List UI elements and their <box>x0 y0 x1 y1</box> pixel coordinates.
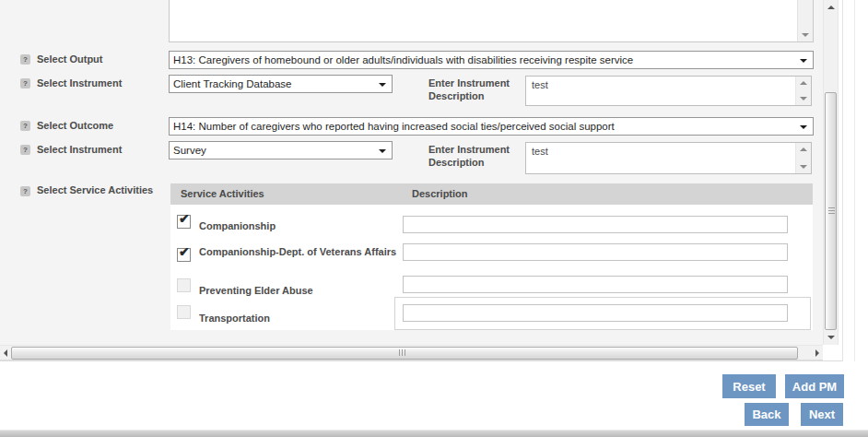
scroll-right-button[interactable] <box>812 346 823 360</box>
instrument2-description-textarea[interactable]: test <box>526 143 795 173</box>
arrow-down-icon <box>800 165 807 169</box>
companionship-description-input[interactable] <box>403 216 788 233</box>
scroll-up-button[interactable] <box>796 143 811 156</box>
scroll-down-button[interactable] <box>796 92 811 105</box>
frame-right-border <box>842 0 843 361</box>
select-output-label: Select Output <box>37 53 103 65</box>
scroll-down-button[interactable] <box>798 29 813 41</box>
top-description-textarea-wrap <box>169 0 814 42</box>
checkmark-icon: ✔ <box>179 211 190 226</box>
instrument1-select[interactable]: Client Tracking Database <box>169 75 393 93</box>
companionship-va-checkbox[interactable]: ✔ <box>177 248 191 262</box>
arrow-down-icon <box>827 336 835 339</box>
scrollbar-grip-icon <box>828 207 835 216</box>
horizontal-scrollbar[interactable] <box>0 345 823 360</box>
help-icon[interactable]: ? <box>20 145 30 155</box>
instrument1-description-wrap: test <box>525 76 812 106</box>
reset-button[interactable]: Reset <box>722 374 776 398</box>
dropdown-arrow-icon <box>379 149 386 153</box>
select-instrument-label: Select Instrument <box>37 144 122 155</box>
help-icon[interactable]: ? <box>20 54 30 65</box>
instrument1-description-textarea[interactable]: test <box>526 77 795 105</box>
enter-instrument-description-label: Enter Instrument Description <box>428 143 521 169</box>
instrument1-selected-value: Client Tracking Database <box>173 78 291 89</box>
column-header-description: Description <box>412 188 468 199</box>
preventing-elder-abuse-checkbox[interactable] <box>177 278 191 292</box>
table-row-label: Companionship <box>199 219 276 233</box>
scroll-left-button[interactable] <box>0 346 11 360</box>
textarea-scrollbar[interactable] <box>795 77 811 105</box>
outer-right-border <box>854 0 855 361</box>
add-pm-button[interactable]: Add PM <box>785 374 844 398</box>
companionship-va-description-input[interactable] <box>403 243 788 261</box>
textarea-scrollbar[interactable] <box>795 143 811 173</box>
checkmark-icon: ✔ <box>179 244 190 259</box>
arrow-right-icon <box>815 349 819 357</box>
next-button[interactable]: Next <box>801 403 843 426</box>
table-row-label: Preventing Elder Abuse <box>199 284 313 298</box>
performance-measure-form-page: ? Select Output H13: Caregivers of homeb… <box>0 0 868 437</box>
transportation-description-input[interactable] <box>403 304 788 322</box>
bottom-status-bar <box>0 430 868 437</box>
output-select[interactable]: H13: Caregivers of homebound or older ad… <box>169 51 814 69</box>
textarea-scrollbar[interactable] <box>797 0 813 41</box>
arrow-up-icon <box>827 6 835 9</box>
scroll-down-button[interactable] <box>824 330 838 345</box>
companionship-checkbox[interactable]: ✔ <box>177 215 191 229</box>
help-icon[interactable]: ? <box>20 121 30 131</box>
select-service-activities-label: Select Service Activities <box>37 184 153 195</box>
outcome-select[interactable]: H14: Number of caregivers who reported h… <box>169 117 814 136</box>
transportation-checkbox[interactable] <box>177 305 191 319</box>
preventing-elder-abuse-description-input[interactable] <box>403 276 788 293</box>
outcome-selected-value: H14: Number of caregivers who reported h… <box>173 121 615 132</box>
enter-instrument-description-label: Enter Instrument Description <box>428 77 521 102</box>
select-outcome-label: Select Outcome <box>37 120 113 131</box>
help-icon[interactable]: ? <box>20 186 30 196</box>
arrow-down-icon <box>802 33 809 37</box>
instrument2-selected-value: Survey <box>173 145 206 156</box>
scrollbar-grip-icon <box>399 349 407 356</box>
arrow-up-icon <box>800 148 807 151</box>
select-instrument-label: Select Instrument <box>37 77 122 89</box>
top-description-textarea[interactable] <box>170 0 794 41</box>
instrument2-select[interactable]: Survey <box>169 141 393 159</box>
output-selected-value: H13: Caregivers of homebound or older ad… <box>173 54 633 65</box>
frame-bottom-border <box>0 360 843 361</box>
table-row-label: Companionship-Dept. of Veterans Affairs <box>199 245 397 259</box>
arrow-down-icon <box>800 97 807 100</box>
instrument2-description-wrap: test <box>525 142 812 174</box>
horizontal-scrollbar-thumb[interactable] <box>11 347 798 360</box>
column-header-service-activities: Service Activities <box>181 188 264 199</box>
arrow-up-icon <box>800 81 807 85</box>
scroll-up-button[interactable] <box>796 77 811 89</box>
service-activities-table-header: Service Activities Description <box>170 183 813 205</box>
table-row-label: Transportation <box>199 312 270 325</box>
vertical-scrollbar[interactable] <box>823 0 839 345</box>
back-button[interactable]: Back <box>745 403 789 426</box>
dropdown-arrow-icon <box>800 125 807 129</box>
dropdown-arrow-icon <box>800 59 807 63</box>
scroll-up-button[interactable] <box>824 0 838 15</box>
scroll-down-button[interactable] <box>796 160 811 173</box>
help-icon[interactable]: ? <box>20 78 30 89</box>
dropdown-arrow-icon <box>379 83 386 87</box>
arrow-left-icon <box>4 349 7 357</box>
vertical-scrollbar-thumb[interactable] <box>825 92 837 330</box>
